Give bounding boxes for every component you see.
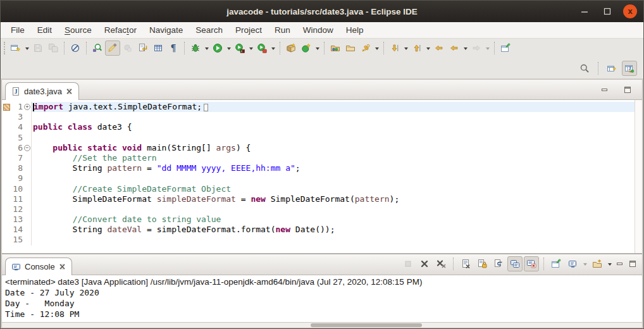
marker-ruler[interactable]	[2, 184, 11, 194]
fold-ruler[interactable]	[23, 235, 32, 245]
fold-ruler[interactable]	[23, 184, 32, 194]
code-line[interactable]: 5	[2, 133, 635, 143]
menu-window[interactable]: Window	[297, 23, 340, 37]
back-button[interactable]	[447, 40, 462, 56]
code-line-text[interactable]	[32, 204, 635, 214]
scroll-lock-button[interactable]	[474, 256, 490, 271]
line-number[interactable]: 12	[11, 204, 23, 214]
search-button[interactable]	[577, 61, 592, 76]
smart-insert-button[interactable]	[120, 40, 135, 56]
overview-ruler[interactable]	[635, 100, 642, 253]
titlebar[interactable]: javacode - tutorials/src/date3.java - Ec…	[1, 1, 643, 22]
marker-ruler[interactable]	[2, 194, 11, 204]
maximize-view-button[interactable]	[622, 85, 633, 95]
terminate-button[interactable]	[400, 256, 416, 271]
back-dropdown[interactable]	[462, 40, 469, 56]
console-maximize-button[interactable]	[627, 259, 638, 269]
fold-ruler[interactable]: +	[23, 102, 32, 112]
clear-console-button[interactable]	[458, 256, 473, 271]
menu-navigate[interactable]: Navigate	[143, 23, 189, 37]
link-with-editor-dropdown[interactable]	[373, 40, 380, 56]
open-console-dropdown[interactable]	[606, 256, 613, 271]
forward-button[interactable]	[469, 40, 484, 56]
line-number[interactable]: 8	[11, 163, 23, 173]
fold-ruler[interactable]	[23, 194, 32, 204]
line-number[interactable]: 11	[11, 194, 23, 204]
horizontal-scrollbar-thumb[interactable]	[311, 323, 422, 327]
code-line[interactable]: 15	[2, 235, 635, 245]
save-all-button[interactable]	[46, 40, 61, 56]
menu-search[interactable]: Search	[189, 23, 229, 37]
new-java-project-button[interactable]	[283, 40, 299, 56]
code-line-text[interactable]: String pattern = "dd MMMM yyyy, EEEE,hh:…	[32, 163, 635, 173]
new-java-class-button[interactable]	[299, 40, 314, 56]
marker-ruler[interactable]	[2, 153, 11, 163]
open-element-table-button[interactable]	[151, 40, 166, 56]
tab-date3-java[interactable]: J date3.java	[5, 82, 79, 100]
menu-project[interactable]: Project	[229, 23, 268, 37]
code-line[interactable]: 8 String pattern = "dd MMMM yyyy, EEEE,h…	[2, 163, 635, 173]
line-number[interactable]: 7	[11, 153, 23, 163]
word-wrap-button[interactable]	[491, 256, 506, 271]
marker-ruler[interactable]	[2, 204, 11, 214]
line-number[interactable]: 9	[11, 173, 23, 183]
show-whitespace-button[interactable]: ¶	[166, 40, 181, 56]
code-line[interactable]: 3	[2, 112, 635, 122]
pin-editor-button[interactable]	[498, 40, 513, 56]
minimize-button[interactable]	[578, 4, 591, 18]
code-line-text[interactable]	[32, 133, 635, 143]
code-line-text[interactable]: SimpleDateFormat simpleDateFormat = new …	[32, 194, 635, 204]
code-line-text[interactable]: //Set the pattern	[32, 153, 635, 163]
fold-ruler[interactable]	[23, 204, 32, 214]
marker-ruler[interactable]	[2, 173, 11, 183]
horizontal-scrollbar[interactable]	[2, 322, 642, 328]
open-type-hierarchy-button[interactable]	[328, 40, 343, 56]
line-number[interactable]: 14	[11, 225, 23, 235]
show-console-stdout-button[interactable]	[507, 256, 523, 271]
code-line[interactable]: 4public class date3 {	[2, 122, 635, 132]
code-line-text[interactable]	[32, 112, 635, 122]
marker-ruler[interactable]	[2, 102, 11, 112]
toolbar-grip[interactable]	[4, 42, 5, 54]
line-number[interactable]: 1	[11, 102, 23, 112]
open-console-button[interactable]	[590, 256, 605, 271]
code-line[interactable]: 1+import java.text.SimpleDateFormat;	[2, 102, 635, 112]
marker-ruler[interactable]	[2, 163, 11, 173]
marker-ruler[interactable]	[2, 143, 11, 153]
fold-ruler[interactable]	[23, 173, 32, 183]
debug-dropdown[interactable]	[203, 40, 210, 56]
code-line[interactable]: 10 //Create SimpleDateFormat Object	[2, 184, 635, 194]
code-line-text[interactable]: //Create SimpleDateFormat Object	[32, 184, 635, 194]
coverage-dropdown[interactable]	[247, 40, 254, 56]
code-line-text[interactable]: public class date3 {	[32, 122, 635, 132]
marker-ruler[interactable]	[2, 214, 11, 225]
marker-ruler[interactable]	[2, 122, 11, 132]
menu-run[interactable]: Run	[268, 23, 297, 37]
fold-ruler[interactable]	[23, 133, 32, 143]
tab-close-icon[interactable]	[59, 263, 66, 270]
code-line-text[interactable]: String dateVal = simpleDateFormat.format…	[32, 225, 635, 235]
remove-launch-button[interactable]	[417, 256, 432, 271]
close-button[interactable]: x	[623, 4, 637, 18]
line-number[interactable]: 5	[11, 133, 23, 143]
run-dropdown[interactable]	[225, 40, 232, 56]
java-perspective-button[interactable]: J	[622, 61, 637, 76]
last-edit-location-button[interactable]	[431, 40, 447, 56]
code-line-text[interactable]: //Convert date to string value	[32, 214, 635, 225]
code-area[interactable]: 1+import java.text.SimpleDateFormat;34pu…	[2, 100, 635, 253]
code-line-text[interactable]	[32, 235, 635, 245]
maximize-button[interactable]	[600, 4, 614, 18]
display-selected-console-dropdown[interactable]	[581, 256, 588, 271]
next-annotation-dropdown[interactable]	[402, 40, 409, 56]
build-directives-button[interactable]	[135, 40, 151, 56]
fold-expanded-icon[interactable]: −	[24, 145, 30, 151]
fold-ruler[interactable]: −	[23, 143, 32, 153]
line-number[interactable]: 3	[11, 112, 23, 122]
marker-ruler[interactable]	[2, 112, 11, 122]
next-annotation-button[interactable]	[387, 40, 402, 56]
tab-close-icon[interactable]	[66, 88, 73, 95]
link-with-editor-button[interactable]	[358, 40, 373, 56]
code-line-text[interactable]	[32, 173, 635, 183]
code-line[interactable]: 13 //Convert date to string value	[2, 214, 635, 225]
run-button[interactable]	[210, 40, 225, 56]
